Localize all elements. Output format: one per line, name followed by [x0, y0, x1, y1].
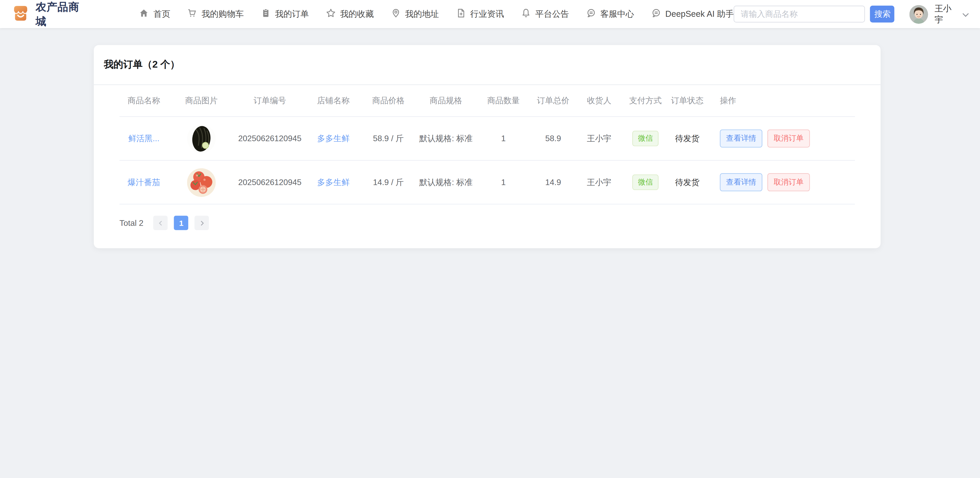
col-header-shop: 店铺名称	[305, 95, 361, 106]
col-header-price: 商品价格	[361, 95, 415, 106]
pagination-page-1[interactable]: 1	[174, 216, 188, 230]
product-name-link[interactable]: 爆汁番茄	[127, 177, 160, 187]
col-header-quantity: 商品数量	[477, 95, 530, 106]
cancel-order-button[interactable]: 取消订单	[767, 173, 810, 191]
ai-chat-icon	[651, 8, 661, 20]
nav-item-customer-service[interactable]: 客服中心	[586, 8, 634, 20]
product-quantity: 1	[477, 134, 530, 143]
product-image-tomato	[187, 168, 216, 197]
nav-item-announcements[interactable]: 平台公告	[521, 8, 569, 20]
pagination-next-button[interactable]	[195, 216, 209, 230]
order-total: 58.9	[530, 134, 576, 143]
view-details-button[interactable]: 查看详情	[720, 129, 762, 148]
nav-item-favorites[interactable]: 我的收藏	[326, 8, 374, 20]
orders-card: 我的订单（2 个） 商品名称 商品图片 订单编号 店铺名称 商品价格 商品规格 …	[94, 45, 881, 248]
pagination-total: Total 2	[119, 218, 143, 227]
order-status: 待发货	[675, 177, 699, 187]
nav-item-industry-news[interactable]: 行业资讯	[456, 8, 504, 20]
receiver-name: 王小宇	[576, 133, 622, 144]
brand[interactable]: 农产品商城	[11, 0, 86, 29]
order-icon	[261, 8, 271, 20]
receiver-name: 王小宇	[576, 176, 622, 188]
bell-icon	[521, 8, 531, 20]
col-header-image: 商品图片	[168, 95, 235, 106]
col-header-payment: 支付方式	[622, 95, 668, 106]
pagination: Total 2 1	[119, 216, 881, 230]
main-nav: 首页 我的购物车 我的订单 我的收藏 我的地址 行业资讯	[139, 8, 734, 20]
table-row: 爆汁番茄	[119, 161, 855, 205]
orders-table: 商品名称 商品图片 订单编号 店铺名称 商品价格 商品规格 商品数量 订单总价 …	[119, 85, 855, 205]
col-header-order-no: 订单编号	[234, 95, 305, 106]
nav-item-address[interactable]: 我的地址	[391, 8, 439, 20]
order-number: 20250626120945	[234, 134, 305, 143]
product-quantity: 1	[477, 178, 530, 187]
view-details-button[interactable]: 查看详情	[720, 173, 762, 191]
col-header-actions: 操作	[706, 95, 855, 106]
nav-item-ai-assistant[interactable]: DeepSeek AI 助手	[651, 8, 734, 20]
order-number: 20250626120945	[234, 178, 305, 187]
search-area: 搜索	[734, 6, 895, 22]
product-spec: 默认规格: 标准	[415, 133, 477, 144]
nav-item-orders[interactable]: 我的订单	[261, 8, 309, 20]
chat-icon	[586, 8, 596, 20]
product-spec: 默认规格: 标准	[415, 176, 477, 188]
nav-item-cart[interactable]: 我的购物车	[187, 8, 244, 20]
col-header-receiver: 收货人	[576, 95, 622, 106]
order-total: 14.9	[530, 178, 576, 187]
brand-logo-icon	[11, 3, 30, 24]
order-status: 待发货	[675, 133, 699, 143]
product-name-link[interactable]: 鲜活黑...	[128, 133, 159, 143]
nav-item-home[interactable]: 首页	[139, 8, 170, 20]
table-header-row: 商品名称 商品图片 订单编号 店铺名称 商品价格 商品规格 商品数量 订单总价 …	[119, 85, 855, 117]
page: 农产品商城 首页 我的购物车 我的订单 我的收藏 我的地址	[0, 0, 980, 478]
home-icon	[139, 8, 149, 20]
main-content: 我的订单（2 个） 商品名称 商品图片 订单编号 店铺名称 商品价格 商品规格 …	[0, 45, 980, 248]
page-title: 我的订单（2 个）	[94, 45, 881, 85]
search-button[interactable]: 搜索	[870, 6, 894, 22]
news-icon	[456, 8, 466, 20]
col-header-spec: 商品规格	[415, 95, 477, 106]
product-price: 58.9 / 斤	[361, 133, 415, 144]
user-name: 王小宇	[935, 3, 957, 25]
payment-badge: 微信	[632, 175, 659, 190]
col-header-product: 商品名称	[119, 95, 168, 106]
user-menu[interactable]: 王小宇	[910, 3, 969, 25]
search-input[interactable]	[734, 6, 865, 22]
pagination-prev-button[interactable]	[153, 216, 168, 230]
col-header-total: 订单总价	[530, 95, 576, 106]
cart-icon	[187, 8, 197, 20]
cancel-order-button[interactable]: 取消订单	[767, 129, 810, 148]
col-header-status: 订单状态	[669, 95, 706, 106]
product-image-black-fish	[187, 124, 216, 153]
product-price: 14.9 / 斤	[361, 176, 415, 188]
table-row: 鲜活黑... 20250626120945 多多生鲜	[119, 117, 855, 161]
payment-badge: 微信	[632, 130, 659, 146]
shop-name-link[interactable]: 多多生鲜	[317, 177, 350, 187]
shop-name-link[interactable]: 多多生鲜	[317, 133, 350, 143]
user-avatar	[910, 5, 928, 24]
brand-name: 农产品商城	[36, 0, 86, 29]
top-nav-bar: 农产品商城 首页 我的购物车 我的订单 我的收藏 我的地址	[0, 0, 980, 28]
star-icon	[326, 8, 336, 20]
chevron-down-icon	[962, 8, 969, 20]
location-icon	[391, 8, 401, 20]
